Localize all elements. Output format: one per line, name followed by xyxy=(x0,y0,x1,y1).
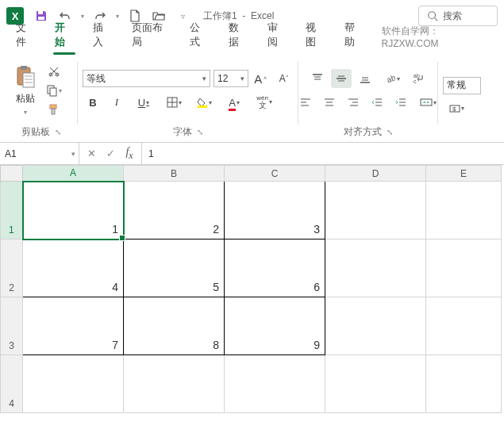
cell-E3[interactable] xyxy=(426,297,502,355)
svg-point-2 xyxy=(429,12,436,19)
tab-review[interactable]: 审阅 xyxy=(258,16,297,54)
enter-formula-button[interactable]: ✓ xyxy=(102,145,119,163)
svg-rect-47 xyxy=(421,99,432,105)
number-format-combo[interactable]: 常规 xyxy=(443,77,481,94)
tab-home[interactable]: 开始 xyxy=(45,16,84,54)
cell-A3[interactable]: 7 xyxy=(23,297,124,355)
accounting-format-button[interactable]: $▾ xyxy=(443,99,470,118)
font-color-button[interactable]: A▾ xyxy=(221,93,248,112)
tab-formulas[interactable]: 公式 xyxy=(180,16,219,54)
underline-button[interactable]: U▾ xyxy=(130,93,157,112)
increase-indent-button[interactable] xyxy=(391,93,411,112)
cell-D1[interactable] xyxy=(325,182,426,239)
wrap-text-button[interactable]: abc xyxy=(409,69,429,88)
column-header-B[interactable]: B xyxy=(124,166,225,182)
group-clipboard: 粘贴 ▾ ▾ 剪贴板⤡ xyxy=(5,56,78,142)
increase-font-button[interactable]: A＾ xyxy=(252,69,271,88)
svg-rect-5 xyxy=(21,66,27,70)
svg-text:c: c xyxy=(414,79,417,84)
svg-text:$: $ xyxy=(452,105,456,113)
cell-A2[interactable]: 4 xyxy=(23,239,124,297)
clipboard-launcher[interactable]: ⤡ xyxy=(55,128,61,136)
align-middle-button[interactable] xyxy=(331,69,352,88)
row-header-2[interactable]: 2 xyxy=(1,239,23,297)
align-left-button[interactable] xyxy=(295,93,316,112)
svg-rect-14 xyxy=(50,105,56,109)
svg-rect-0 xyxy=(38,11,43,14)
paste-button[interactable]: 粘贴 ▾ xyxy=(10,62,41,119)
cell-C4[interactable] xyxy=(225,355,325,413)
cell-B3[interactable]: 8 xyxy=(124,297,225,355)
worksheet-grid[interactable]: ABCDE1123245637894 xyxy=(0,165,504,413)
insert-function-button[interactable]: fx xyxy=(121,145,138,163)
format-painter-button[interactable] xyxy=(44,101,63,118)
tab-help[interactable]: 帮助 xyxy=(335,16,374,54)
cut-button[interactable] xyxy=(44,63,63,80)
font-name-combo[interactable]: 等线▾ xyxy=(83,70,210,87)
column-header-A[interactable]: A xyxy=(23,166,124,182)
column-header-D[interactable]: D xyxy=(325,166,426,182)
align-top-button[interactable] xyxy=(307,69,328,88)
tab-data[interactable]: 数据 xyxy=(219,16,258,54)
row-header-3[interactable]: 3 xyxy=(1,297,23,355)
name-box-dropdown[interactable]: ▾ xyxy=(71,150,75,158)
column-header-E[interactable]: E xyxy=(426,166,502,182)
tab-insert[interactable]: 插入 xyxy=(83,16,122,54)
cell-E4[interactable] xyxy=(426,355,502,413)
align-center-button[interactable] xyxy=(319,93,340,112)
row-header-4[interactable]: 4 xyxy=(1,355,23,413)
cell-A4[interactable] xyxy=(23,355,124,413)
svg-rect-15 xyxy=(52,109,55,114)
italic-button[interactable]: I xyxy=(106,93,127,112)
cell-D4[interactable] xyxy=(325,355,426,413)
svg-rect-19 xyxy=(198,105,207,108)
font-size-combo[interactable]: 12▾ xyxy=(214,70,248,87)
name-box[interactable]: A1▾ xyxy=(0,143,79,164)
column-header-C[interactable]: C xyxy=(225,166,325,182)
ribbon-tabs: 文件 开始 插入 页面布局 公式 数据 审阅 视图 帮助 软件自学网：RJZXW… xyxy=(0,32,504,54)
fill-color-button[interactable]: ▾ xyxy=(190,93,217,112)
cell-C1[interactable]: 3 xyxy=(225,182,325,239)
group-number: 常规 $▾ xyxy=(438,56,499,142)
paste-icon xyxy=(15,65,36,89)
borders-button[interactable]: ▾ xyxy=(160,93,187,112)
copy-button[interactable]: ▾ xyxy=(44,82,63,99)
align-right-button[interactable] xyxy=(343,93,364,112)
tab-page-layout[interactable]: 页面布局 xyxy=(122,16,180,54)
cell-B2[interactable]: 5 xyxy=(124,239,225,297)
formula-bar: A1▾ ✕ ✓ fx 1 xyxy=(0,143,504,165)
formula-input[interactable]: 1 xyxy=(142,143,504,164)
row-header-1[interactable]: 1 xyxy=(1,182,23,239)
cell-D2[interactable] xyxy=(325,239,426,297)
cell-A1[interactable]: 1 xyxy=(23,182,124,239)
ribbon: 粘贴 ▾ ▾ 剪贴板⤡ 等线▾ 12▾ A＾ xyxy=(0,54,504,143)
cell-E2[interactable] xyxy=(426,239,502,297)
merge-center-button[interactable]: ▾ xyxy=(414,93,441,112)
decrease-indent-button[interactable] xyxy=(367,93,387,112)
excel-app-icon xyxy=(6,7,24,25)
cell-D3[interactable] xyxy=(325,297,426,355)
cell-B4[interactable] xyxy=(124,355,225,413)
svg-rect-6 xyxy=(23,73,34,87)
cell-C3[interactable]: 9 xyxy=(225,297,325,355)
group-font: 等线▾ 12▾ A＾ A˅ B I U▾ ▾ ▾ A▾ wén文▾ xyxy=(78,56,298,142)
select-all-corner[interactable] xyxy=(1,166,23,182)
svg-text:ab: ab xyxy=(385,73,395,84)
decrease-font-button[interactable]: A˅ xyxy=(274,69,294,88)
font-launcher[interactable]: ⤡ xyxy=(197,128,203,136)
cell-C2[interactable]: 6 xyxy=(225,239,325,297)
align-bottom-button[interactable] xyxy=(355,69,375,88)
cancel-formula-button[interactable]: ✕ xyxy=(83,145,100,163)
phonetic-button[interactable]: wén文▾ xyxy=(251,93,278,112)
align-launcher[interactable]: ⤡ xyxy=(387,128,393,136)
orientation-button[interactable]: ab▾ xyxy=(379,69,406,88)
bold-button[interactable]: B xyxy=(83,93,103,112)
cell-B1[interactable]: 2 xyxy=(124,182,225,239)
svg-rect-13 xyxy=(50,88,56,96)
group-alignment: ab▾ abc ▾ 对齐方式⤡ xyxy=(298,56,438,142)
watermark-text: 软件自学网：RJZXW.COM xyxy=(374,20,498,54)
tab-view[interactable]: 视图 xyxy=(296,16,335,54)
cell-E1[interactable] xyxy=(426,182,502,239)
